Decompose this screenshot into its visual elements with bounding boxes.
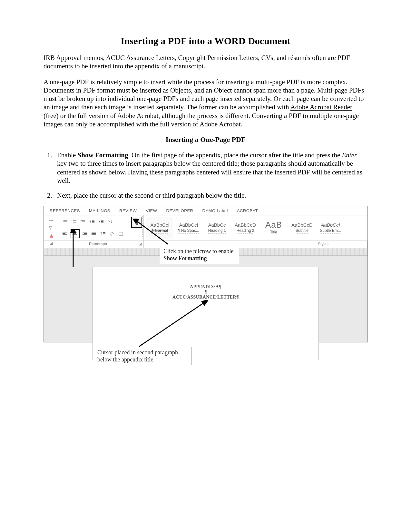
- style-heading1[interactable]: AaBbCc Heading 1: [203, 217, 231, 239]
- style-heading2[interactable]: AaBbCcD Heading 2: [231, 217, 259, 239]
- intro-paragraph-2: A one-page PDF is relatively simple to i…: [44, 78, 367, 129]
- ribbon-tab-row: REFERENCES MAILINGS REVIEW VIEW DEVELOPE…: [44, 206, 367, 215]
- paragraph-group-label: Paragraph ◢: [59, 241, 144, 248]
- shading-icon[interactable]: [109, 230, 116, 237]
- doc-line-acuc: ACUC·ASSURANCE·LETTER¶: [93, 295, 318, 300]
- page-title: Inserting a PDF into a WORD Document: [44, 35, 367, 46]
- svg-rect-12: [92, 222, 94, 223]
- svg-rect-29: [103, 232, 105, 233]
- tab-mailings[interactable]: MAILINGS: [89, 208, 110, 213]
- numbering-icon[interactable]: 12: [71, 218, 78, 225]
- svg-text:2: 2: [71, 222, 73, 223]
- svg-rect-26: [92, 232, 96, 232]
- cursor-callout: Cursor placed in second paragraph below …: [94, 347, 192, 365]
- step-2: Next, place the cursor at the second or …: [54, 191, 367, 200]
- svg-rect-14: [101, 221, 103, 222]
- paragraph-group: 12 A ¶: [59, 215, 144, 241]
- svg-rect-17: [63, 232, 67, 232]
- line-spacing-icon[interactable]: [100, 230, 107, 237]
- style-subtitle[interactable]: AaBbCcD Subtitle: [288, 217, 316, 239]
- svg-text:A: A: [108, 219, 110, 222]
- show-formatting-button[interactable]: ¶: [131, 217, 142, 228]
- svg-rect-7: [73, 222, 76, 222]
- svg-rect-13: [101, 220, 103, 221]
- style-title[interactable]: AaB Title: [260, 217, 288, 239]
- borders-icon[interactable]: [118, 230, 125, 237]
- justify-icon[interactable]: [91, 230, 98, 237]
- svg-rect-19: [63, 234, 67, 235]
- word-ribbon-screenshot: REFERENCES MAILINGS REVIEW VIEW DEVELOPE…: [44, 206, 368, 342]
- format-painter-icon[interactable]: [48, 226, 54, 230]
- tab-review[interactable]: REVIEW: [119, 208, 137, 213]
- svg-rect-23: [83, 232, 87, 232]
- document-page[interactable]: APPENDIX·A¶ ¶ ACUC·ASSURANCE·LETTER¶ ¶: [93, 267, 319, 360]
- step1-italic: Enter: [342, 151, 357, 159]
- font-dialog-launcher-icon[interactable]: ◢: [48, 241, 54, 245]
- svg-point-0: [63, 220, 64, 221]
- text-cursor-icon: [207, 300, 207, 305]
- svg-rect-1: [64, 220, 67, 221]
- doc-line-appendix: APPENDIX·A¶: [93, 284, 318, 290]
- svg-rect-20: [73, 232, 77, 232]
- svg-rect-8: [81, 220, 85, 221]
- paragraph-dialog-launcher-icon[interactable]: ◢: [137, 242, 143, 246]
- bullets-icon[interactable]: [62, 218, 69, 225]
- document-area: APPENDIX·A¶ ¶ ACUC·ASSURANCE·LETTER¶ ¶: [44, 256, 367, 342]
- font-dropdown-icon[interactable]: [48, 218, 54, 223]
- svg-rect-3: [64, 222, 67, 222]
- pilcrow-callout: Click on the pilcrow to enable Show Form…: [160, 246, 239, 264]
- tab-references[interactable]: REFERENCES: [50, 208, 80, 213]
- svg-rect-32: [119, 232, 123, 235]
- svg-rect-11: [92, 221, 94, 222]
- font-color-icon[interactable]: [48, 233, 54, 238]
- align-center-icon[interactable]: [71, 229, 80, 238]
- svg-rect-21: [73, 233, 76, 234]
- step-1: Enable Show Formatting. On the first pag…: [54, 151, 367, 185]
- doc-line-pilcrow1: ¶: [93, 290, 318, 295]
- style-no-spacing[interactable]: AaBbCcI ¶ No Spac...: [175, 217, 202, 239]
- intro-paragraph-1: IRB Approval memos, ACUC Assurance Lette…: [44, 54, 367, 71]
- svg-rect-9: [82, 222, 85, 222]
- svg-rect-27: [92, 233, 96, 234]
- svg-rect-10: [92, 220, 94, 221]
- section-title: Inserting a One-Page PDF: [44, 135, 367, 144]
- step1-bold: Show Formatting: [78, 151, 128, 159]
- tab-view[interactable]: VIEW: [146, 208, 157, 213]
- styles-group: AaBbCcI ¶ Normal AaBbCcI ¶ No Spac... Aa…: [144, 215, 367, 241]
- intro2-part-b: (free) or the full version of Adobe Acro…: [44, 112, 359, 128]
- align-right-icon[interactable]: [82, 230, 89, 237]
- tab-developer[interactable]: DEVELOPER: [166, 208, 193, 213]
- svg-rect-5: [73, 220, 76, 221]
- multilevel-list-icon[interactable]: [80, 218, 87, 225]
- svg-point-2: [63, 222, 64, 222]
- tab-dymo[interactable]: DYMO Label: [202, 208, 228, 213]
- steps-list: Enable Show Formatting. On the first pag…: [44, 151, 367, 200]
- increase-indent-icon[interactable]: [98, 218, 105, 225]
- svg-rect-15: [101, 222, 103, 223]
- tab-acrobat[interactable]: ACROBAT: [237, 208, 258, 213]
- adobe-reader-link[interactable]: Adobe Acrobat Reader: [290, 103, 352, 111]
- svg-rect-22: [73, 234, 77, 235]
- style-normal[interactable]: AaBbCcI ¶ Normal: [146, 217, 174, 239]
- svg-rect-18: [63, 233, 65, 234]
- sort-icon[interactable]: A: [107, 218, 114, 225]
- svg-rect-30: [103, 233, 105, 234]
- svg-rect-25: [83, 234, 87, 235]
- svg-rect-31: [103, 235, 105, 235]
- svg-rect-24: [84, 233, 87, 234]
- decrease-indent-icon[interactable]: [89, 218, 96, 225]
- align-left-icon[interactable]: [62, 230, 69, 237]
- doc-line-pilcrow2: ¶: [93, 300, 318, 305]
- svg-rect-28: [92, 234, 96, 235]
- font-group-edge: [44, 215, 59, 241]
- style-subtle-emphasis[interactable]: AaBbCcI Subtle Em...: [317, 217, 344, 239]
